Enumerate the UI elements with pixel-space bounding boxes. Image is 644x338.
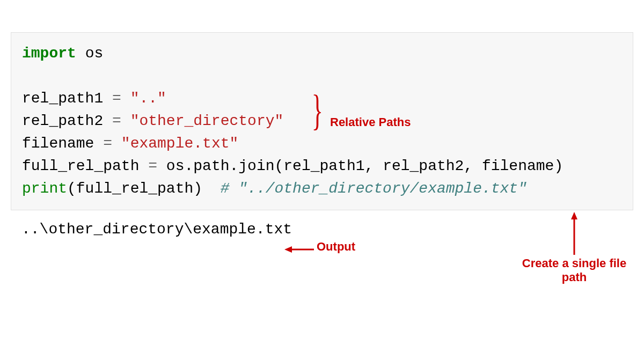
call-join: os.path.join(rel_path1, rel_path2, filen… (157, 158, 563, 174)
op-assign3: = (103, 135, 112, 152)
annotation-output: Output (317, 240, 355, 254)
print-args: (full_rel_path) (67, 180, 221, 197)
svg-marker-1 (284, 246, 292, 253)
var-relpath2: rel_path2 (22, 113, 112, 129)
comment-output: # "../other_directory/example.txt" (221, 180, 527, 197)
str-filename: "example.txt" (112, 135, 238, 152)
str-relpath2: "other_directory" (121, 113, 283, 129)
op-assign2: = (112, 113, 121, 129)
arrow-up-icon (569, 212, 580, 255)
keyword-import: import (22, 45, 76, 62)
var-fullpath: full_rel_path (22, 158, 148, 174)
annotation-single-file-path: Create a single file path (521, 256, 628, 285)
svg-marker-3 (571, 212, 577, 219)
output-text: ..\other_directory\example.txt (11, 210, 633, 238)
fn-print: print (22, 180, 67, 197)
op-assign4: = (148, 158, 157, 174)
str-relpath1: ".." (121, 90, 166, 107)
module-os: os (76, 45, 103, 62)
var-relpath1: rel_path1 (22, 90, 112, 107)
var-filename: filename (22, 135, 103, 152)
arrow-left-icon (284, 244, 314, 255)
brace-icon: } (312, 86, 323, 135)
annotation-relative-paths: Relative Paths (330, 115, 411, 129)
op-assign1: = (112, 90, 121, 107)
